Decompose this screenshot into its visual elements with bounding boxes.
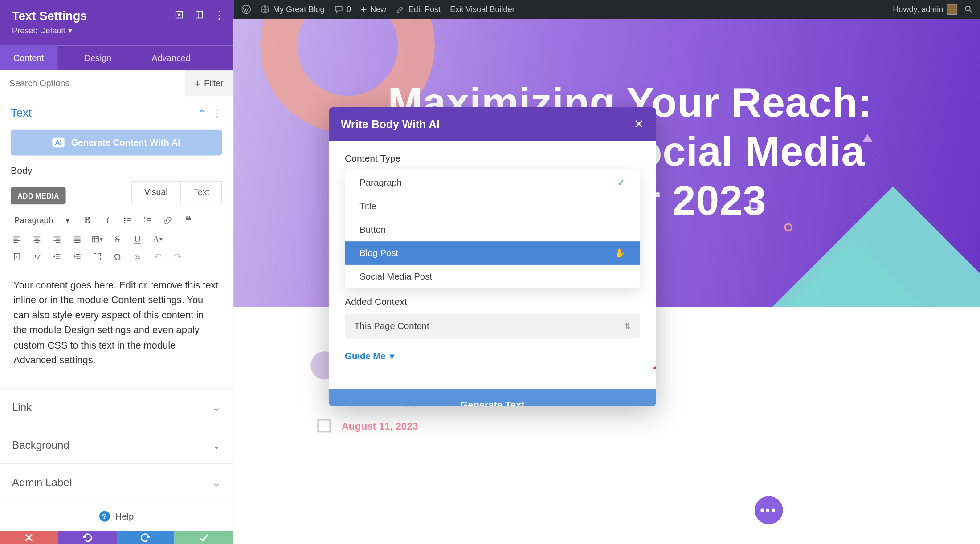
tab-content[interactable]: Content — [0, 45, 57, 70]
emoji-icon[interactable]: ☺ — [131, 251, 143, 263]
section-text-label[interactable]: Text — [11, 106, 32, 120]
exit-visual-builder-link[interactable]: Exit Visual Builder — [450, 5, 514, 14]
paste-text-icon[interactable]: T — [11, 251, 23, 263]
quote-icon[interactable]: ❝ — [182, 214, 194, 226]
save-button[interactable] — [175, 531, 233, 544]
content-type-option-paragraph[interactable]: Paragraph✓ — [345, 171, 640, 195]
help-icon: ? — [99, 511, 110, 522]
chevron-down-icon: ⌄ — [212, 401, 221, 414]
search-icon[interactable] — [964, 5, 973, 14]
svg-point-0 — [242, 5, 250, 14]
tab-design[interactable]: Design — [71, 45, 125, 70]
chevron-down-icon: ▾ — [390, 351, 395, 361]
added-context-label: Added Context — [345, 296, 640, 307]
content-type-option-button[interactable]: Button — [345, 218, 640, 241]
undo-button[interactable] — [58, 531, 117, 544]
annotation-arrow — [653, 361, 656, 375]
bullet-list-icon[interactable] — [122, 214, 134, 226]
wp-admin-bar: My Great Blog 0 +New Edit Post Exit Visu… — [233, 0, 980, 19]
chevron-down-icon: ▾ — [68, 26, 72, 36]
discard-button[interactable] — [0, 531, 58, 544]
paragraph-format-dropdown[interactable]: Paragraph▾ — [11, 212, 74, 228]
body-editor[interactable]: Your content goes here. Edit or remove t… — [11, 271, 222, 370]
tab-advanced[interactable]: Advanced — [138, 45, 204, 70]
search-options-input[interactable] — [0, 70, 185, 97]
help-link[interactable]: ?Help — [0, 501, 233, 531]
check-icon: ✓ — [617, 177, 625, 188]
section-background[interactable]: Background⌄ — [0, 426, 233, 463]
text-color-icon[interactable]: A▾ — [151, 233, 163, 245]
special-char-icon[interactable]: Ω — [111, 251, 123, 263]
chevron-down-icon: ▾ — [65, 215, 70, 225]
svg-point-2 — [965, 6, 970, 11]
svg-point-4 — [178, 13, 180, 16]
content-type-dropdown: Paragraph✓ Title Button Blog Post✋ Socia… — [345, 171, 640, 288]
preset-dropdown[interactable]: Preset: Default▾ — [12, 26, 72, 36]
svg-rect-11 — [93, 237, 99, 242]
settings-tabs: Content Design Advanced — [0, 45, 233, 70]
content-type-option-blog-post[interactable]: Blog Post✋ — [345, 241, 640, 265]
content-type-option-title[interactable]: Title — [345, 195, 640, 218]
generate-text-button[interactable]: Generate Text — [329, 389, 656, 406]
content-type-label: Content Type — [345, 153, 640, 163]
new-link[interactable]: +New — [360, 4, 386, 15]
site-name-link[interactable]: My Great Blog — [260, 5, 324, 14]
link-icon[interactable] — [162, 214, 174, 226]
redo-button[interactable] — [116, 531, 175, 544]
editor-toolbar: Paragraph▾ B I 12 ❝ ▾ S U A▾ T T Ω ☺ ↶ — [0, 207, 233, 265]
post-date: August 11, 2023 — [342, 420, 418, 432]
svg-text:T: T — [33, 254, 37, 259]
collapse-icon[interactable]: ⌃ — [198, 108, 206, 118]
guide-me-toggle[interactable]: Guide Me▾ — [345, 351, 394, 361]
add-media-button[interactable]: ADD MEDIA — [11, 187, 66, 204]
redo-icon[interactable]: ↷ — [172, 251, 184, 263]
wp-logo-icon[interactable] — [241, 5, 251, 14]
outdent-icon[interactable] — [51, 251, 63, 263]
focus-icon[interactable] — [174, 9, 184, 20]
indent-icon[interactable] — [71, 251, 83, 263]
action-bar — [0, 531, 233, 544]
section-admin-label[interactable]: Admin Label⌄ — [0, 463, 233, 501]
sidebar-header: Text Settings Preset: Default▾ ⋮ — [0, 0, 233, 45]
comments-link[interactable]: 0 — [334, 5, 351, 14]
svg-text:2: 2 — [144, 219, 146, 222]
editor-mode-visual[interactable]: Visual — [131, 181, 180, 203]
table-icon[interactable]: ▾ — [91, 233, 103, 245]
clear-format-icon[interactable]: T — [31, 251, 43, 263]
number-list-icon[interactable]: 12 — [142, 214, 154, 226]
underline-icon[interactable]: U — [131, 233, 143, 245]
strikethrough-icon[interactable]: S — [111, 233, 123, 245]
chevron-down-icon: ⌄ — [212, 476, 221, 489]
howdy-user-link[interactable]: Howdy, admin — [893, 4, 957, 15]
more-menu-icon[interactable]: ⋮ — [214, 9, 225, 20]
italic-icon[interactable]: I — [102, 214, 114, 226]
section-more-icon[interactable]: ⋮ — [212, 108, 222, 118]
align-right-icon[interactable] — [51, 233, 63, 245]
svg-point-6 — [124, 217, 126, 219]
generate-content-ai-button[interactable]: AI Generate Content With AI — [11, 130, 222, 156]
undo-icon[interactable]: ↶ — [151, 251, 163, 263]
align-center-icon[interactable] — [31, 233, 43, 245]
fullscreen-icon[interactable] — [91, 251, 103, 263]
write-body-ai-modal: Write Body With AI ✕ Content Type Paragr… — [329, 107, 656, 406]
added-context-select[interactable]: This Page Content⇅ — [345, 314, 640, 339]
filter-button[interactable]: +Filter — [185, 71, 233, 96]
svg-point-7 — [124, 219, 126, 221]
ai-badge-icon: AI — [53, 138, 65, 148]
svg-point-8 — [124, 222, 126, 223]
modal-title: Write Body With AI — [341, 118, 440, 130]
align-left-icon[interactable] — [11, 233, 23, 245]
align-justify-icon[interactable] — [71, 233, 83, 245]
select-arrows-icon: ⇅ — [624, 321, 631, 331]
panel-layout-icon[interactable] — [194, 9, 204, 20]
editor-mode-text[interactable]: Text — [180, 181, 222, 203]
body-field-label: Body — [0, 165, 233, 181]
section-link[interactable]: Link⌄ — [0, 388, 233, 426]
calendar-icon — [317, 419, 331, 432]
close-icon[interactable]: ✕ — [634, 117, 644, 131]
bold-icon[interactable]: B — [82, 214, 94, 226]
content-type-option-social-media-post[interactable]: Social Media Post — [345, 265, 640, 288]
builder-fab-button[interactable]: ••• — [754, 496, 782, 524]
edit-post-link[interactable]: Edit Post — [396, 5, 441, 14]
chevron-down-icon: ⌄ — [212, 438, 221, 451]
